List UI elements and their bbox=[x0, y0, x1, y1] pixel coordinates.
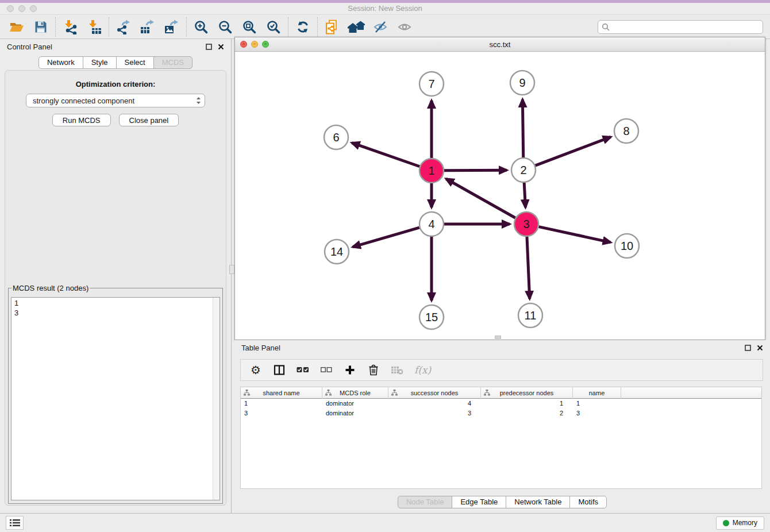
table-row[interactable]: 1dominator411 bbox=[241, 399, 761, 408]
table-cell[interactable]: dominator bbox=[322, 399, 388, 408]
zoom-in-button[interactable] bbox=[189, 17, 213, 37]
select-all-columns-button[interactable] bbox=[297, 366, 309, 374]
close-panel-icon[interactable] bbox=[218, 44, 224, 50]
table-cell[interactable]: 1 bbox=[481, 399, 573, 408]
export-network-button[interactable] bbox=[111, 17, 136, 37]
mcds-result-area[interactable]: 13 bbox=[11, 297, 220, 500]
unselect-all-columns-button[interactable] bbox=[320, 366, 333, 374]
refresh-icon bbox=[295, 20, 310, 34]
select-spinner-icon bbox=[196, 97, 201, 105]
zoom-selected-button[interactable] bbox=[261, 17, 286, 37]
show-all-button[interactable] bbox=[392, 17, 417, 37]
tab-select[interactable]: Select bbox=[116, 56, 154, 69]
column-header-mcds-role[interactable]: MCDS role bbox=[322, 387, 388, 399]
sort-tree-icon bbox=[391, 390, 398, 396]
table-cell[interactable]: 1 bbox=[241, 399, 322, 408]
network-minimize-button[interactable]: − bbox=[251, 41, 258, 48]
tab-mcds[interactable]: MCDS bbox=[153, 56, 192, 69]
result-line: 1 bbox=[11, 298, 220, 308]
gear-icon: ⚙ bbox=[251, 364, 261, 376]
result-scrollbar[interactable] bbox=[213, 298, 220, 500]
graph-edge-1-2[interactable] bbox=[444, 170, 507, 171]
add-column-button[interactable] bbox=[344, 365, 356, 375]
tab-edge-table[interactable]: Edge Table bbox=[452, 496, 506, 508]
new-network-from-selection-button[interactable] bbox=[320, 17, 344, 37]
main-toolbar bbox=[0, 15, 770, 39]
memory-status-icon bbox=[723, 520, 729, 526]
graph-node-label: 11 bbox=[525, 309, 537, 322]
network-graph[interactable]: 1234678910111415 bbox=[235, 52, 765, 340]
table-settings-button[interactable]: ⚙ bbox=[249, 364, 262, 376]
graph-edge-3-10[interactable] bbox=[538, 227, 610, 242]
table-cell[interactable]: dominator bbox=[322, 408, 388, 418]
float-table-panel-icon[interactable] bbox=[745, 345, 751, 351]
control-panel-tabs: NetworkStyleSelectMCDS bbox=[0, 56, 231, 69]
save-session-button[interactable] bbox=[29, 17, 53, 37]
close-table-panel-icon[interactable] bbox=[757, 345, 763, 351]
tab-network-table[interactable]: Network Table bbox=[506, 496, 570, 508]
search-box[interactable] bbox=[598, 20, 763, 34]
search-input[interactable] bbox=[612, 23, 759, 31]
graph-edge-1-6[interactable] bbox=[352, 143, 419, 167]
tab-network[interactable]: Network bbox=[38, 56, 83, 69]
table-panel: Table Panel ⚙ f(x) shared nameMCDS roles… bbox=[234, 340, 770, 513]
houses-icon bbox=[348, 20, 365, 34]
graph-edge-2-3[interactable] bbox=[524, 183, 525, 207]
network-view-window: × − + scc.txt 1234678910111415 bbox=[234, 37, 765, 340]
graph-edge-3-11[interactable] bbox=[527, 237, 530, 299]
close-panel-button[interactable]: Close panel bbox=[119, 114, 179, 126]
column-header-predecessor-nodes[interactable]: predecessor nodes bbox=[481, 387, 573, 399]
split-view-button[interactable] bbox=[273, 364, 286, 376]
zoom-fit-button[interactable] bbox=[237, 17, 261, 37]
network-window-title: scc.txt bbox=[490, 40, 511, 49]
import-network-button[interactable] bbox=[58, 17, 82, 37]
graph-node-label: 3 bbox=[523, 218, 529, 230]
zoom-out-button[interactable] bbox=[213, 17, 237, 37]
table-cell[interactable]: 3 bbox=[573, 408, 621, 418]
memory-button[interactable]: Memory bbox=[716, 516, 764, 530]
table-cell[interactable]: 2 bbox=[481, 408, 573, 418]
graph-edge-4-14[interactable] bbox=[353, 228, 419, 247]
graph-edge-2-8[interactable] bbox=[536, 137, 611, 165]
panel-splitter-handle[interactable] bbox=[229, 265, 234, 274]
run-mcds-button[interactable]: Run MCDS bbox=[52, 114, 111, 126]
delete-table-button bbox=[391, 365, 403, 375]
desktop-strip bbox=[0, 0, 770, 3]
table-cell[interactable]: 3 bbox=[388, 408, 481, 418]
column-header-shared-name[interactable]: shared name bbox=[241, 387, 322, 399]
tab-motifs[interactable]: Motifs bbox=[569, 496, 607, 508]
open-session-button[interactable] bbox=[5, 17, 29, 37]
export-image-icon bbox=[164, 20, 179, 34]
zoom-in-icon bbox=[194, 20, 209, 34]
export-table-button[interactable] bbox=[136, 17, 160, 37]
graph-edge-3-1[interactable] bbox=[446, 179, 515, 218]
node-table: shared nameMCDS rolesuccessor nodesprede… bbox=[240, 387, 762, 489]
network-canvas[interactable]: 1234678910111415 bbox=[235, 52, 765, 340]
table-toolbar: ⚙ f(x) bbox=[240, 359, 763, 381]
apply-layout-button[interactable] bbox=[291, 17, 315, 37]
hide-selected-button[interactable] bbox=[368, 17, 392, 37]
first-neighbors-button[interactable] bbox=[344, 17, 368, 37]
import-table-button[interactable] bbox=[82, 17, 106, 37]
network-resize-handle[interactable] bbox=[495, 336, 501, 339]
delete-column-button[interactable] bbox=[367, 364, 380, 376]
network-maximize-button[interactable]: + bbox=[262, 41, 269, 48]
table-cell[interactable]: 4 bbox=[388, 399, 481, 408]
tab-node-table[interactable]: Node Table bbox=[398, 496, 453, 508]
column-header-name[interactable]: name bbox=[573, 387, 621, 399]
table-row[interactable]: 3dominator323 bbox=[241, 408, 761, 418]
table-cell[interactable]: 3 bbox=[241, 408, 322, 418]
table-cell[interactable]: 1 bbox=[573, 399, 621, 408]
graph-edge-2-9[interactable] bbox=[522, 99, 523, 157]
export-image-button[interactable] bbox=[160, 17, 184, 37]
export-table-icon bbox=[140, 20, 155, 34]
criterion-select[interactable]: strongly connected component bbox=[26, 94, 205, 107]
network-close-button[interactable]: × bbox=[240, 41, 247, 48]
float-panel-icon[interactable] bbox=[206, 44, 212, 50]
column-header-successor-nodes[interactable]: successor nodes bbox=[388, 387, 481, 399]
control-panel-title: Control Panel bbox=[7, 43, 52, 51]
task-history-button[interactable] bbox=[6, 516, 24, 530]
tab-style[interactable]: Style bbox=[83, 56, 117, 69]
delete-table-icon bbox=[391, 365, 403, 375]
zoom-out-icon bbox=[218, 20, 233, 34]
